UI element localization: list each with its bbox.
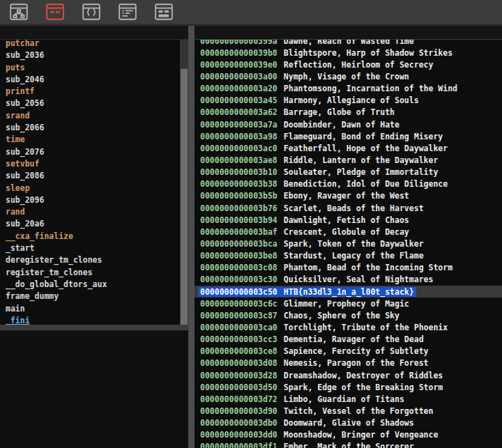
decompiler-view-button[interactable] [79,1,104,22]
string-table-row[interactable]: 0000000000003ac0Featherfall, Hope of the… [200,142,502,154]
string-table-row[interactable]: 0000000000003ca0Torchlight, Tribute of t… [200,321,502,333]
string-table-row[interactable]: 0000000000003b10Souleater, Pledge of Imm… [200,167,502,178]
string-table-row[interactable]: 0000000000003db0Doomward, Glaive of Shad… [200,417,502,429]
string-address: 0000000000003d90 [200,406,277,416]
string-value: Phantom, Bead of the Incoming Storm [284,263,452,272]
strings-table: 000000000000399aDawne, Reach of Wasted T… [195,40,502,448]
hexdump-view-button[interactable] [151,1,176,22]
string-address: 0000000000003d72 [200,394,277,404]
function-list-item[interactable]: srand [6,110,180,122]
string-value: Benediction, Idol of Due Diligence [284,179,448,189]
string-table-row[interactable]: 0000000000003b94Dawnlight, Fetish of Cha… [200,214,502,226]
string-value: Blightspore, Harp of Shadow Strikes [284,48,452,58]
string-table-row[interactable]: 0000000000003c87Chaos, Sphere of the Sky [200,309,502,321]
string-table-row[interactable]: 0000000000003a45Harmony, Allegiance of S… [200,95,502,107]
string-table-row[interactable]: 0000000000003ce8Sapience, Ferocity of Su… [200,346,502,357]
string-table-row[interactable]: 0000000000003c50HTB{n33dl3_1n_a_l00t_sta… [195,286,502,298]
string-table-row[interactable]: 0000000000003be8Stardust, Legacy of the … [200,250,502,262]
string-table-row[interactable]: 0000000000003df1Ember, Mark of the Sorce… [200,441,502,448]
function-list-item[interactable]: deregister_tm_clones [6,254,180,266]
function-list-item[interactable]: sub_2096 [6,194,180,206]
string-table-row[interactable]: 0000000000003bcaSpark, Token of the Dayw… [200,238,502,249]
function-list-item[interactable]: time [6,134,180,146]
string-row-content: 0000000000003ae8Riddle, Lantern of the D… [200,155,438,165]
string-value: Dementia, Ravager of the Dead [284,334,424,344]
function-list-item[interactable]: main [6,303,180,315]
function-list-item[interactable]: sleep [6,183,180,194]
string-address: 0000000000003c6c [200,299,277,309]
string-table-row[interactable]: 0000000000003d90Twitch, Vessel of the Fo… [200,405,502,417]
function-list-item[interactable]: sub_20a6 [6,218,180,230]
function-list-item[interactable]: __do_global_dtors_aux [6,279,180,291]
string-address: 0000000000003dd0 [200,430,277,440]
string-table-row[interactable]: 0000000000003c30Quicksilver, Seal of Nig… [200,274,502,286]
functions-scrollbar[interactable] [180,40,188,325]
string-address: 0000000000003ac0 [200,144,277,153]
string-table-row[interactable]: 000000000000399aDawne, Reach of Wasted T… [200,40,502,47]
function-list-item[interactable]: setvbuf [6,158,180,170]
function-list: putcharsub_2036putssub_2046printfsub_205… [0,40,180,325]
string-table-row[interactable]: 0000000000003b38Benediction, Idol of Due… [200,178,502,190]
graph-view-icon [9,3,29,21]
decompiler-view-icon [82,3,101,21]
string-table-row[interactable]: 0000000000003a98Flameguard, Bond of Endi… [200,130,502,142]
string-row-content: 0000000000003d90Twitch, Vessel of the Fo… [200,406,433,416]
string-table-row[interactable]: 0000000000003b5bEbony, Ravager of the We… [200,190,502,202]
function-list-item[interactable]: sub_2076 [6,146,180,158]
string-table-row[interactable]: 0000000000003ae8Riddle, Lantern of the D… [200,154,502,166]
string-address: 0000000000003c50 [200,287,277,297]
functions-panel-header [0,26,188,40]
function-list-item[interactable]: rand [6,206,180,218]
string-table-row[interactable]: 0000000000003a7aDoombinder, Dawn of Hate [200,118,502,130]
string-row-content: 0000000000003df1Ember, Mark of the Sorce… [200,442,414,448]
string-row-content: 0000000000003d08Nemesis, Paragon of the … [200,358,429,368]
string-value: Spark, Edge of the Breaking Storm [284,383,443,392]
function-list-item[interactable]: register_tm_clones [6,267,180,279]
string-table-row[interactable]: 0000000000003b76Scarlet, Beads of the Ha… [200,202,502,214]
function-list-item[interactable]: putchar [6,40,180,49]
string-row-content: 0000000000003a7aDoombinder, Dawn of Hate [200,120,400,130]
string-value: Nemesis, Paragon of the Forest [284,358,429,368]
string-table-row[interactable]: 0000000000003dd0Moonshadow, Bringer of V… [200,429,502,441]
function-list-item[interactable]: sub_2086 [6,170,180,182]
string-row-content: 0000000000003c30Quicksilver, Seal of Nig… [200,275,433,284]
functions-scrollbar-thumb[interactable] [181,69,188,325]
string-table-row[interactable]: 0000000000003d72Limbo, Guardian of Titan… [200,393,502,405]
string-address: 00000000000039b8 [200,48,277,58]
strings-view-button[interactable] [43,1,68,22]
string-value: Torchlight, Tribute of the Phoenix [284,323,448,332]
function-list-item[interactable]: sub_2036 [6,49,180,61]
string-value: Glimmer, Prophecy of Magic [284,299,409,309]
function-list-item[interactable]: sub_2046 [6,74,180,86]
function-list-item[interactable]: sub_2066 [6,122,180,134]
string-table-row[interactable]: 0000000000003cc3Dementia, Ravager of the… [200,334,502,346]
string-table-row[interactable]: 0000000000003d28Dreamshadow, Destroyer o… [200,369,502,381]
string-row-content: 0000000000003a98Flameguard, Bond of Endi… [200,132,443,141]
string-value: Ember, Mark of the Sorcerer [284,442,414,448]
string-table-row[interactable]: 0000000000003c6cGlimmer, Prophecy of Mag… [200,298,502,309]
string-table-row[interactable]: 00000000000039b8Blightspore, Harp of Sha… [200,47,502,59]
string-table-row[interactable]: 0000000000003c08Phantom, Bead of the Inc… [200,262,502,274]
string-table-row[interactable]: 0000000000003bafCrescent, Globule of Dec… [200,226,502,238]
string-address: 0000000000003cc3 [200,334,277,344]
string-table-row[interactable]: 0000000000003d08Nemesis, Paragon of the … [200,357,502,369]
string-table-row[interactable]: 0000000000003a20Phantomsong, Incarnation… [200,83,502,95]
graph-view-button[interactable] [6,1,31,22]
function-list-item[interactable]: _fini [6,315,180,325]
string-table-row[interactable]: 0000000000003d50Spark, Edge of the Break… [200,381,502,393]
function-list-item[interactable]: puts [6,62,180,74]
horizontal-splitter[interactable] [0,325,188,330]
function-list-item[interactable]: sub_2056 [6,98,180,109]
string-table-row[interactable]: 0000000000003a62Barrage, Globe of Truth [200,107,502,118]
string-value: Stardust, Legacy of the Flame [284,251,424,261]
string-table-row[interactable]: 0000000000003a00Nymph, Visage of the Cro… [200,70,502,82]
disassembly-view-button[interactable] [115,1,140,22]
vertical-splitter[interactable] [188,26,195,448]
function-list-item[interactable]: _start [6,242,180,254]
function-list-item[interactable]: frame_dummy [6,291,180,302]
function-list-item[interactable]: printf [6,86,180,98]
string-value: Chaos, Sphere of the Sky [284,311,400,320]
function-list-item[interactable]: __cxa_finalize [6,231,180,242]
string-table-row[interactable]: 00000000000039e0Reflection, Heirloom of … [200,59,502,70]
string-row-content: 0000000000003a45Harmony, Allegiance of S… [200,95,419,105]
